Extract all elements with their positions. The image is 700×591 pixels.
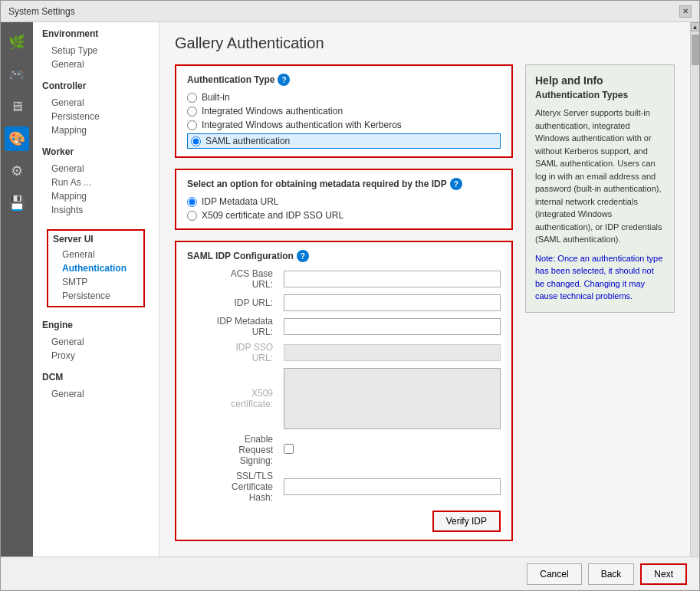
controller-section-title: Controller — [42, 80, 150, 91]
sidebar-item-setup-type[interactable]: Setup Type — [42, 44, 150, 57]
metadata-radio-group: IDP Metadata URL X509 certificate and ID… — [187, 196, 501, 221]
sidebar-icons: 🌿 🎮 🖥 🎨 ⚙ 💾 — [1, 22, 33, 557]
saml-config-title: SAML IDP Configuration ? — [187, 250, 501, 262]
help-note: Note: Once an authentication type has be… — [535, 252, 665, 303]
saml-config-help-icon[interactable]: ? — [297, 250, 309, 262]
verify-row: Verify IDP — [187, 511, 501, 532]
auth-type-radio-group: Built-in Integrated Windows authenticati… — [187, 92, 501, 149]
metadata-idp-url-radio[interactable] — [187, 197, 197, 207]
auth-saml-radio[interactable] — [191, 136, 201, 146]
auth-kerberos-option[interactable]: Integrated Windows authentication with K… — [187, 120, 501, 130]
auth-type-help-icon[interactable]: ? — [278, 74, 290, 86]
auth-type-title: Authentication Type ? — [187, 74, 501, 86]
sidebar-item-persistence-serverui[interactable]: Persistence — [53, 289, 139, 303]
sidebar-item-mapping-worker[interactable]: Mapping — [42, 189, 150, 203]
sidebar-section-controller: Controller General Persistence Mapping — [33, 74, 159, 140]
idp-metadata-url-label: IDP MetadataURL: — [187, 316, 279, 337]
metadata-idp-url-option[interactable]: IDP Metadata URL — [187, 196, 501, 207]
help-title: Help and Info — [535, 74, 665, 87]
main-content: 🌿 🎮 🖥 🎨 ⚙ 💾 Environment Setup Type Gener… — [1, 22, 699, 557]
dcm-icon[interactable]: 💾 — [5, 191, 29, 215]
auth-windows-option[interactable]: Integrated Windows authentication — [187, 106, 501, 117]
saml-config-section: SAML IDP Configuration ? ACS BaseURL: ID… — [175, 241, 513, 541]
auth-windows-radio[interactable] — [187, 107, 197, 117]
scroll-thumb[interactable] — [692, 34, 699, 65]
sidebar-item-persistence-ctrl[interactable]: Persistence — [42, 110, 150, 123]
idp-url-input[interactable] — [284, 294, 501, 311]
environment-section-title: Environment — [42, 28, 150, 39]
next-button[interactable]: Next — [640, 563, 687, 585]
scrollbar[interactable]: ▲ — [690, 22, 699, 557]
main-left: Authentication Type ? Built-in Integrate… — [175, 64, 513, 552]
metadata-section: Select an option for obtaining metadata … — [175, 169, 513, 230]
idp-url-label: IDP URL: — [187, 297, 279, 308]
sidebar-item-general-engine[interactable]: General — [42, 335, 150, 349]
sidebar-section-environment: Environment Setup Type General — [33, 22, 159, 74]
help-box: Help and Info Authentication Types Alter… — [525, 64, 675, 313]
sidebar-item-general-worker[interactable]: General — [42, 162, 150, 176]
help-panel: Help and Info Authentication Types Alter… — [525, 64, 675, 552]
sidebar-item-authentication[interactable]: Authentication — [53, 261, 139, 275]
sidebar-item-runas-worker[interactable]: Run As ... — [42, 176, 150, 189]
sidebar-item-smtp[interactable]: SMTP — [53, 275, 139, 289]
ssl-cert-hash-input[interactable] — [284, 478, 501, 495]
auth-kerberos-radio[interactable] — [187, 120, 197, 130]
metadata-title: Select an option for obtaining metadata … — [187, 178, 501, 190]
worker-section-title: Worker — [42, 146, 150, 157]
auth-builtin-option[interactable]: Built-in — [187, 92, 501, 103]
help-subtitle: Authentication Types — [535, 90, 665, 100]
scroll-up-arrow[interactable]: ▲ — [691, 22, 700, 31]
idp-sso-url-input — [284, 344, 501, 361]
sidebar-item-mapping-ctrl[interactable]: Mapping — [42, 123, 150, 137]
metadata-x509-radio[interactable] — [187, 211, 197, 221]
sidebar-section-worker: Worker General Run As ... Mapping Insigh… — [33, 140, 159, 220]
verify-idp-button[interactable]: Verify IDP — [432, 511, 501, 532]
acs-base-url-input[interactable] — [284, 271, 501, 287]
x509-cert-textarea — [284, 368, 501, 429]
dcm-section-title: DCM — [42, 372, 150, 383]
system-settings-window: System Settings ✕ 🌿 🎮 🖥 🎨 ⚙ 💾 Environmen… — [0, 0, 700, 591]
server-ui-icon[interactable]: 🎨 — [5, 126, 29, 151]
main-body: Authentication Type ? Built-in Integrate… — [175, 64, 675, 552]
sidebar: Environment Setup Type General Controlle… — [33, 22, 159, 557]
serverui-section-title: Server UI — [53, 234, 139, 245]
ssl-cert-hash-label: SSL/TLSCertificateHash: — [187, 471, 279, 503]
sidebar-section-dcm: DCM General — [33, 366, 159, 404]
x509-cert-label: X509certificate: — [187, 388, 279, 409]
worker-icon[interactable]: 🖥 — [5, 94, 29, 119]
auth-type-section: Authentication Type ? Built-in Integrate… — [175, 64, 513, 158]
cancel-button[interactable]: Cancel — [527, 563, 581, 585]
titlebar: System Settings ✕ — [1, 1, 699, 22]
auth-builtin-radio[interactable] — [187, 93, 197, 103]
enable-signing-checkbox[interactable] — [284, 444, 294, 454]
auth-saml-option[interactable]: SAML authentication — [187, 133, 501, 149]
sidebar-item-general-ctrl[interactable]: General — [42, 96, 150, 110]
enable-signing-checkbox-wrap — [284, 444, 501, 456]
controller-icon[interactable]: 🎮 — [5, 62, 29, 87]
sidebar-item-general-dcm[interactable]: General — [42, 387, 150, 401]
main-area: Gallery Authentication Authentication Ty… — [159, 22, 690, 557]
sidebar-item-proxy-engine[interactable]: Proxy — [42, 349, 150, 363]
sidebar-group-serverui: Server UI General Authentication SMTP Pe… — [47, 229, 145, 307]
sidebar-section-serverui: Server UI General Authentication SMTP Pe… — [33, 220, 159, 314]
sidebar-section-engine: Engine General Proxy — [33, 314, 159, 366]
idp-metadata-url-input[interactable] — [284, 318, 501, 335]
enable-signing-label: EnableRequestSigning: — [187, 434, 279, 466]
back-button[interactable]: Back — [588, 563, 635, 585]
page-title: Gallery Authentication — [175, 34, 675, 52]
footer: Cancel Back Next — [1, 557, 699, 590]
sidebar-item-general-env[interactable]: General — [42, 57, 150, 71]
engine-icon[interactable]: ⚙ — [5, 159, 29, 183]
saml-form-grid: ACS BaseURL: IDP URL: IDP MetadataURL: I… — [187, 268, 501, 503]
sidebar-item-insights-worker[interactable]: Insights — [42, 203, 150, 217]
environment-icon[interactable]: 🌿 — [5, 30, 29, 54]
engine-section-title: Engine — [42, 320, 150, 330]
metadata-x509-option[interactable]: X509 certificate and IDP SSO URL — [187, 210, 501, 221]
close-button[interactable]: ✕ — [679, 5, 692, 18]
idp-sso-url-label: IDP SSOURL: — [187, 342, 279, 363]
acs-base-url-label: ACS BaseURL: — [187, 268, 279, 290]
help-body: Alteryx Server supports built-in authent… — [535, 107, 665, 246]
window-title: System Settings — [8, 6, 75, 17]
metadata-help-icon[interactable]: ? — [450, 178, 462, 190]
sidebar-item-general-serverui[interactable]: General — [53, 248, 139, 261]
